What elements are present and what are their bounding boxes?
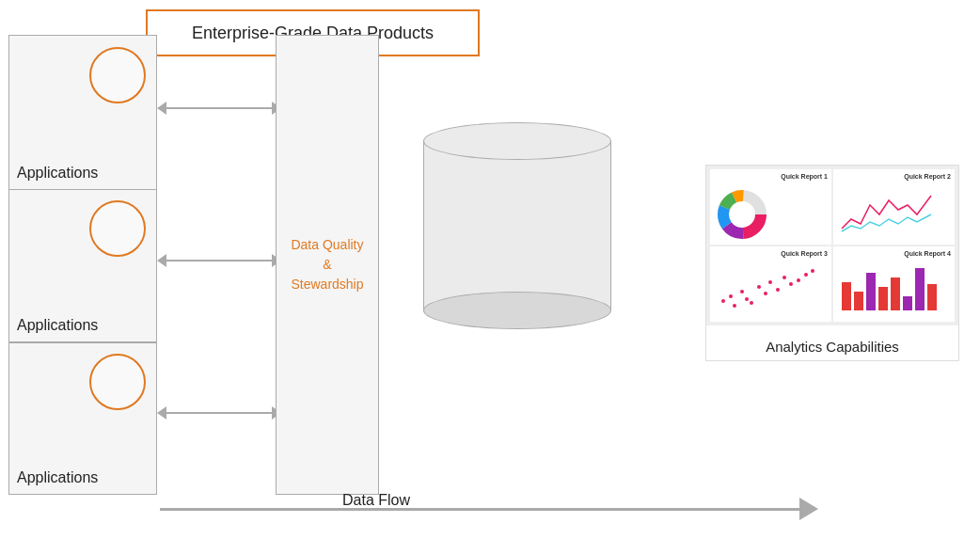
orange-circle-2 <box>89 200 146 257</box>
analytics-capabilities-label: Analytics Capabilities <box>706 333 958 360</box>
svg-point-18 <box>797 278 800 282</box>
svg-rect-22 <box>854 292 863 310</box>
dataflow-line <box>160 508 799 511</box>
orange-circle-3 <box>89 354 146 410</box>
data-quality-label: Data Quality&Stewardship <box>291 235 363 294</box>
bidir-arrow-3 <box>157 406 281 420</box>
analytics-cell-title-1: Quick Report 1 <box>781 173 828 180</box>
donut-chart <box>714 186 770 243</box>
svg-point-9 <box>740 290 744 293</box>
arrow-line-3 <box>166 412 272 414</box>
app-label-2: Applications <box>17 317 98 334</box>
svg-point-14 <box>768 280 772 284</box>
svg-rect-24 <box>878 287 888 310</box>
svg-point-10 <box>745 297 749 301</box>
dataflow-arrow-container <box>160 498 818 520</box>
svg-point-7 <box>729 294 733 298</box>
arrow-head-left-2 <box>157 254 166 267</box>
cylinder-top <box>423 122 611 160</box>
svg-point-16 <box>782 276 786 279</box>
analytics-cell-2: Quick Report 2 <box>833 169 955 245</box>
svg-rect-27 <box>915 268 925 310</box>
svg-point-15 <box>776 288 780 292</box>
dataflow-label: Data Flow <box>342 492 410 509</box>
arrow-line-2 <box>166 260 272 262</box>
analytics-cell-3: Quick Report 3 <box>710 246 831 322</box>
cylinder-body <box>423 141 611 310</box>
dataflow-arrowhead <box>799 498 818 520</box>
analytics-panel: Quick Report 1 Quick Report 2 <box>705 165 959 361</box>
bidir-arrow-3-inner <box>157 406 281 420</box>
bidir-arrow-2-inner <box>157 254 281 267</box>
svg-point-11 <box>750 301 753 305</box>
bar-chart <box>837 263 940 315</box>
analytics-cell-title-3: Quick Report 3 <box>781 250 828 257</box>
analytics-cell-title-4: Quick Report 4 <box>904 250 951 257</box>
analytics-cell-title-2: Quick Report 2 <box>904 173 951 180</box>
svg-rect-28 <box>927 284 937 310</box>
bidir-arrow-1 <box>157 102 281 115</box>
svg-point-17 <box>789 282 793 286</box>
analytics-cell-1: Quick Report 1 <box>710 169 831 245</box>
bidir-arrow-2 <box>157 254 281 267</box>
analytics-grid: Quick Report 1 Quick Report 2 <box>706 166 958 325</box>
svg-point-19 <box>804 273 808 277</box>
diagram-container: Enterprise-Grade Data Products Applicati… <box>0 0 980 539</box>
svg-rect-21 <box>842 282 851 310</box>
line-chart <box>837 186 940 238</box>
enterprise-data-cylinder <box>423 122 611 357</box>
analytics-cell-4: Quick Report 4 <box>833 246 955 322</box>
arrow-head-left-1 <box>157 102 166 115</box>
svg-rect-26 <box>903 296 912 310</box>
bidir-arrow-1-inner <box>157 102 281 115</box>
svg-point-8 <box>733 304 736 308</box>
svg-point-12 <box>757 285 761 289</box>
arrow-line-1 <box>166 107 272 109</box>
svg-rect-23 <box>866 273 876 310</box>
app-label-1: Applications <box>17 165 98 182</box>
svg-point-20 <box>811 269 814 273</box>
scatter-chart <box>714 263 817 315</box>
app-label-3: Applications <box>17 469 98 486</box>
orange-circle-1 <box>89 47 146 103</box>
svg-point-13 <box>764 292 767 295</box>
arrow-head-left-3 <box>157 406 166 420</box>
svg-rect-25 <box>891 277 900 310</box>
svg-point-6 <box>721 299 725 303</box>
cylinder-bottom <box>423 292 611 329</box>
data-quality-box: Data Quality&Stewardship <box>276 35 379 495</box>
